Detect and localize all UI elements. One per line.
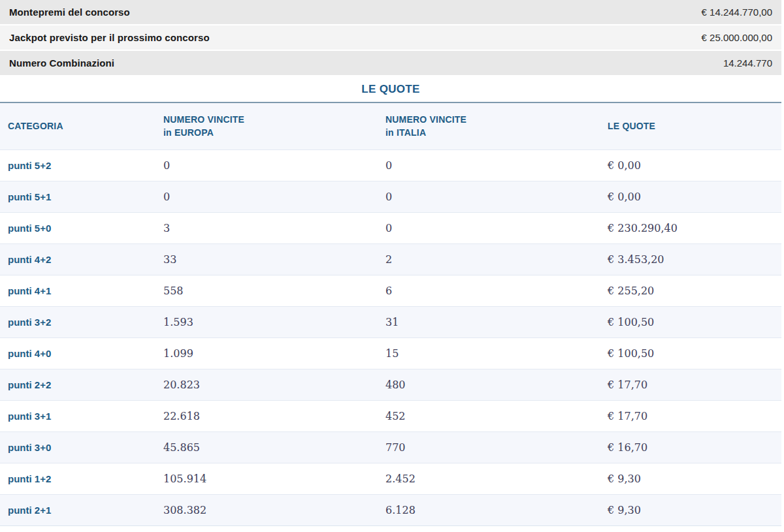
header-italia-line1: NUMERO VINCITE	[385, 114, 608, 127]
summary-row-jackpot: Jackpot previsto per il prossimo concors…	[0, 25, 781, 50]
jackpot-label: Jackpot previsto per il prossimo concors…	[9, 32, 210, 43]
table-row: punti 4+0 1.099 15 € 100,50	[0, 337, 781, 369]
cell-quota: € 0,00	[608, 191, 781, 203]
cell-europa: 22.618	[163, 410, 385, 422]
cell-italia: 0	[385, 191, 608, 203]
cell-italia: 31	[385, 316, 608, 328]
cell-categoria: punti 3+1	[8, 411, 163, 422]
cell-quota: € 9,30	[608, 504, 781, 516]
jackpot-value: € 25.000.000,00	[702, 32, 772, 43]
cell-quota: € 230.290,40	[608, 222, 781, 234]
cell-italia: 6	[385, 285, 608, 297]
combinazioni-value: 14.244.770	[723, 57, 772, 69]
cell-italia: 770	[385, 441, 608, 454]
lottery-results-page: Montepremi del concorso € 14.244.770,00 …	[0, 0, 784, 532]
table-row: punti 5+0 3 0 € 230.290,40	[0, 212, 781, 243]
cell-categoria: punti 3+0	[8, 442, 163, 453]
cell-quota: € 9,30	[608, 473, 781, 485]
cell-italia: 2.452	[385, 473, 608, 485]
cell-italia: 6.128	[385, 504, 608, 516]
table-row: punti 3+2 1.593 31 € 100,50	[0, 306, 781, 337]
cell-categoria: punti 4+0	[8, 348, 163, 359]
table-header-row: CATEGORIA NUMERO VINCITE in EUROPA NUMER…	[0, 103, 781, 149]
cell-europa: 308.382	[163, 504, 385, 516]
table-row: punti 3+1 22.618 452 € 17,70	[0, 400, 781, 431]
section-title-wrap: LE QUOTE	[0, 76, 781, 102]
section-title: LE QUOTE	[361, 83, 419, 96]
content-area: Montepremi del concorso € 14.244.770,00 …	[0, 0, 781, 526]
cell-quota: € 0,00	[608, 159, 781, 172]
cell-categoria: punti 5+2	[8, 160, 163, 171]
header-cell-europa: NUMERO VINCITE in EUROPA	[163, 114, 385, 139]
cell-europa: 20.823	[163, 379, 385, 391]
table-row: punti 4+2 33 2 € 3.453,20	[0, 243, 781, 275]
cell-europa: 1.593	[163, 316, 385, 328]
cell-quota: € 16,70	[608, 441, 781, 454]
summary-row-montepremi: Montepremi del concorso € 14.244.770,00	[0, 0, 781, 24]
quotes-table: CATEGORIA NUMERO VINCITE in EUROPA NUMER…	[0, 103, 781, 526]
table-row: punti 2+1 308.382 6.128 € 9,30	[0, 494, 781, 525]
combinazioni-label: Numero Combinazioni	[9, 57, 114, 69]
cell-europa: 33	[163, 253, 385, 266]
cell-italia: 480	[385, 379, 608, 391]
header-cell-italia: NUMERO VINCITE in ITALIA	[385, 114, 608, 139]
summary-row-combinazioni: Numero Combinazioni 14.244.770	[0, 51, 781, 75]
cell-categoria: punti 4+2	[8, 254, 163, 265]
cell-europa: 3	[163, 222, 385, 234]
cell-quota: € 3.453,20	[608, 253, 781, 266]
table-row: punti 5+2 0 0 € 0,00	[0, 149, 781, 181]
cell-europa: 558	[163, 285, 385, 297]
header-cell-quote: LE QUOTE	[608, 120, 781, 133]
cell-quota: € 17,70	[608, 410, 781, 422]
cell-categoria: punti 1+2	[8, 473, 163, 484]
table-row: punti 3+0 45.865 770 € 16,70	[0, 431, 781, 463]
cell-italia: 0	[385, 222, 608, 234]
cell-europa: 45.865	[163, 441, 385, 454]
table-row: punti 4+1 558 6 € 255,20	[0, 275, 781, 306]
cell-europa: 0	[163, 159, 385, 172]
cell-categoria: punti 5+0	[8, 223, 163, 234]
header-cell-categoria: CATEGORIA	[8, 120, 163, 133]
cell-europa: 105.914	[163, 473, 385, 485]
cell-categoria: punti 2+1	[8, 505, 163, 516]
table-body: punti 5+2 0 0 € 0,00 punti 5+1 0 0 € 0,0…	[0, 149, 781, 526]
cell-italia: 0	[385, 159, 608, 172]
cell-europa: 0	[163, 191, 385, 203]
header-italia-line2: in ITALIA	[385, 127, 608, 140]
header-europa-line1: NUMERO VINCITE	[163, 114, 385, 127]
cell-quota: € 100,50	[608, 347, 781, 360]
table-row: punti 5+1 0 0 € 0,00	[0, 181, 781, 212]
cell-categoria: punti 5+1	[8, 191, 163, 202]
montepremi-value: € 14.244.770,00	[702, 7, 772, 18]
cell-italia: 452	[385, 410, 608, 422]
cell-italia: 2	[385, 253, 608, 266]
cell-categoria: punti 2+2	[8, 379, 163, 390]
cell-categoria: punti 3+2	[8, 317, 163, 328]
header-europa-line2: in EUROPA	[163, 127, 385, 140]
table-row: punti 1+2 105.914 2.452 € 9,30	[0, 463, 781, 494]
table-row: punti 2+2 20.823 480 € 17,70	[0, 369, 781, 400]
cell-quota: € 255,20	[608, 285, 781, 297]
cell-quota: € 100,50	[608, 316, 781, 328]
montepremi-label: Montepremi del concorso	[9, 7, 130, 18]
cell-europa: 1.099	[163, 347, 385, 360]
cell-quota: € 17,70	[608, 379, 781, 391]
cell-categoria: punti 4+1	[8, 285, 163, 296]
cell-italia: 15	[385, 347, 608, 360]
